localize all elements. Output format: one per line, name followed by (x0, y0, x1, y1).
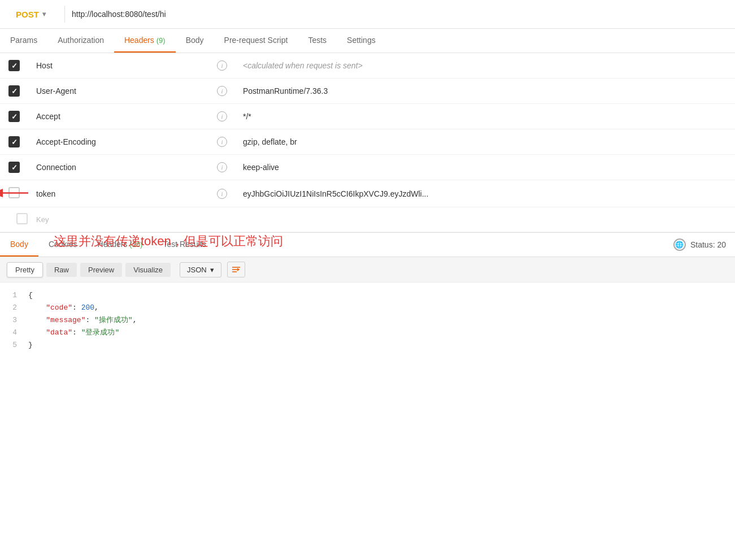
response-tab-body[interactable]: Body (0, 233, 38, 257)
row-checkbox[interactable]: ✓ (0, 129, 28, 155)
tab-body[interactable]: Body (176, 29, 214, 53)
row-checkbox[interactable]: ✓ (0, 104, 28, 129)
tab-headers[interactable]: Headers (9) (114, 29, 176, 53)
red-arrow-annotation (0, 185, 31, 202)
method-selector[interactable]: POST ▾ (9, 6, 60, 23)
table-row: ✓User-AgentiPostmanRuntime/7.36.3 (0, 79, 735, 104)
tab-pre-request-script[interactable]: Pre-request Script (214, 29, 298, 53)
code-line: 4 "data": "登录成功" (0, 327, 735, 339)
method-chevron-icon: ▾ (42, 10, 46, 18)
response-tab-cookies[interactable]: Cookies (38, 233, 88, 257)
tab-settings[interactable]: Settings (337, 29, 386, 53)
header-key: Connection (28, 155, 209, 180)
info-icon[interactable]: i (209, 53, 235, 79)
header-value: */* (235, 104, 735, 129)
viewer-toolbar: Pretty Raw Preview Visualize JSON ▾ (0, 257, 735, 283)
header-value: keep-alive (235, 155, 735, 180)
visualize-button[interactable]: Visualize (125, 263, 171, 277)
pretty-button[interactable]: Pretty (7, 262, 43, 277)
info-icon[interactable]: i (209, 180, 235, 207)
url-bar: POST ▾ (0, 0, 735, 29)
table-row: tokenieyJhbGciOiJIUzI1NiIsInR5cCI6IkpXVC… (0, 180, 735, 207)
method-label: POST (16, 10, 39, 19)
header-value: eyJhbGciOiJIUzI1NiIsInR5cCI6IkpXVCJ9.eyJ… (235, 180, 735, 207)
new-row-checkbox[interactable] (8, 213, 36, 226)
info-icon[interactable]: i (209, 104, 235, 129)
raw-button[interactable]: Raw (46, 263, 77, 277)
code-line: 1{ (0, 289, 735, 302)
tab-tests[interactable]: Tests (298, 29, 337, 53)
header-value: gzip, deflate, br (235, 129, 735, 155)
json-format-select[interactable]: JSON ▾ (180, 262, 221, 277)
header-key: Accept (28, 104, 209, 129)
info-icon[interactable]: i (209, 155, 235, 180)
table-row: ✓Hosti<calculated when request is sent> (0, 53, 735, 79)
response-tab-headers[interactable]: Headers (10) (88, 233, 153, 257)
row-checkbox[interactable] (0, 180, 28, 207)
row-checkbox[interactable]: ✓ (0, 53, 28, 79)
code-line: 2 "code": 200, (0, 302, 735, 314)
wrap-icon[interactable] (227, 262, 245, 277)
json-chevron-icon: ▾ (210, 266, 214, 274)
key-placeholder-input[interactable]: Key (36, 215, 727, 224)
header-key: User-Agent (28, 79, 209, 104)
globe-icon: 🌐 (673, 238, 686, 251)
header-key: Accept-Encoding (28, 129, 209, 155)
code-line: 3 "message": "操作成功", (0, 314, 735, 327)
headers-table: ✓Hosti<calculated when request is sent>✓… (0, 53, 735, 207)
row-checkbox[interactable]: ✓ (0, 79, 28, 104)
info-icon[interactable]: i (209, 129, 235, 155)
header-value: <calculated when request is sent> (235, 53, 735, 79)
tab-authorization[interactable]: Authorization (47, 29, 114, 53)
code-line: 5} (0, 339, 735, 351)
table-row: ✓Accept-Encodingigzip, deflate, br (0, 129, 735, 155)
response-status: 🌐 Status: 20 (673, 238, 735, 251)
preview-button[interactable]: Preview (80, 263, 122, 277)
response-section: Body Cookies Headers (10) Test Results 🌐… (0, 232, 735, 358)
row-checkbox[interactable]: ✓ (0, 155, 28, 180)
request-tab-bar: Params Authorization Headers (9) Body Pr… (0, 29, 735, 53)
header-value: PostmanRuntime/7.36.3 (235, 79, 735, 104)
table-row: ✓Connectionikeep-alive (0, 155, 735, 180)
table-row: ✓Accepti*/* (0, 104, 735, 129)
code-view: 1{2 "code": 200,3 "message": "操作成功",4 "d… (0, 283, 735, 358)
header-key: token (28, 180, 209, 207)
header-key: Host (28, 53, 209, 79)
url-divider (64, 6, 65, 23)
tab-params[interactable]: Params (0, 29, 47, 53)
url-input[interactable] (69, 6, 726, 22)
response-tab-bar: Body Cookies Headers (10) Test Results 🌐… (0, 233, 735, 257)
info-icon[interactable]: i (209, 79, 235, 104)
response-tab-test-results[interactable]: Test Results (153, 233, 216, 257)
